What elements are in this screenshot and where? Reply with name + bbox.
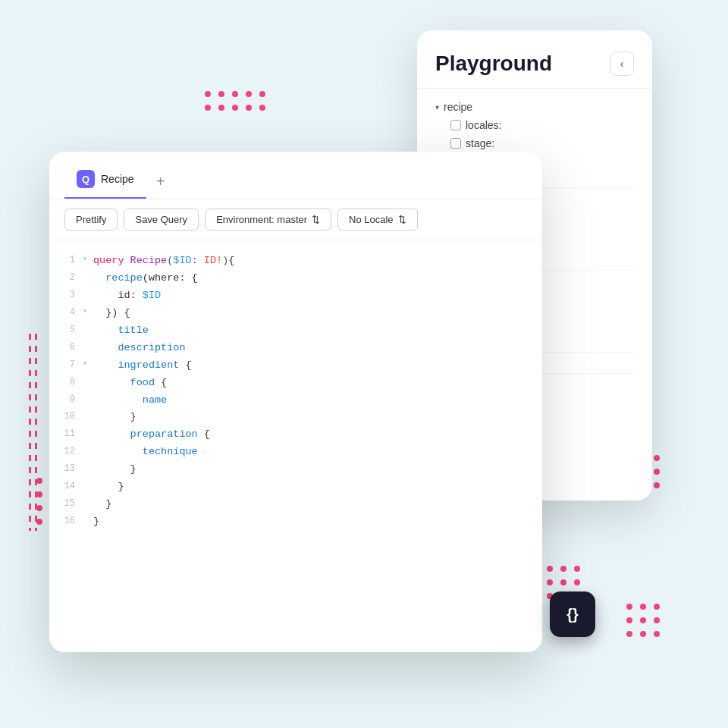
line-number: 11 bbox=[61, 426, 83, 441]
token-field: ingredient bbox=[93, 359, 179, 371]
token-param: $ID bbox=[173, 255, 191, 266]
stage-checkbox[interactable] bbox=[450, 138, 461, 149]
line-number: 1 bbox=[61, 253, 83, 268]
line-content: } bbox=[93, 461, 530, 479]
code-line: 16} bbox=[49, 513, 542, 531]
token-plain: } bbox=[93, 411, 136, 422]
token-kw: query bbox=[93, 255, 130, 266]
stage-label: stage: bbox=[466, 137, 494, 149]
line-content: technique bbox=[93, 444, 530, 461]
prettify-button[interactable]: Prettify bbox=[64, 209, 118, 231]
code-line: 10 } bbox=[49, 409, 542, 426]
locale-select[interactable]: No Locale ⇅ bbox=[337, 209, 418, 231]
dot-decoration-top bbox=[205, 91, 265, 111]
line-number: 15 bbox=[61, 496, 83, 511]
token-plain: { bbox=[179, 359, 191, 371]
toolbar: Prettify Save Query Environment: master … bbox=[49, 199, 542, 240]
line-content: query Recipe($ID: ID!){ bbox=[93, 253, 530, 270]
chevron-updown-icon: ⇅ bbox=[312, 214, 320, 225]
token-plain: } bbox=[93, 498, 111, 510]
editor-panel: Q Recipe + Prettify Save Query Environme… bbox=[49, 152, 542, 652]
code-line: 7▾ ingredient { bbox=[49, 357, 542, 375]
line-arrow: ▾ bbox=[83, 305, 93, 318]
code-line: 14 } bbox=[49, 479, 542, 496]
token-plain: (where: { bbox=[143, 272, 198, 284]
line-content: } bbox=[93, 513, 530, 531]
token-punct: : bbox=[192, 255, 204, 266]
chevron-updown-icon-2: ⇅ bbox=[398, 214, 406, 225]
tab-bar: Q Recipe + bbox=[49, 152, 542, 199]
line-content: ingredient { bbox=[93, 357, 530, 375]
line-number: 6 bbox=[61, 340, 83, 355]
code-line: 3 id: $ID bbox=[49, 287, 542, 305]
json-icon-button[interactable]: {} bbox=[550, 592, 595, 637]
token-plain: id: bbox=[93, 290, 143, 301]
tree-locales-item: locales: bbox=[450, 119, 634, 131]
token-field: name bbox=[93, 394, 167, 406]
token-plain: { bbox=[155, 377, 167, 388]
line-number: 14 bbox=[61, 479, 83, 494]
playground-header: Playground ‹ bbox=[417, 30, 652, 89]
line-number: 3 bbox=[61, 287, 83, 303]
tab-label: Recipe bbox=[101, 173, 134, 185]
playground-title: Playground bbox=[435, 52, 552, 76]
code-editor[interactable]: 1▾query Recipe($ID: ID!){2 recipe(where:… bbox=[49, 240, 542, 642]
tree-root-item: ▾ recipe bbox=[435, 101, 634, 113]
locales-checkbox[interactable] bbox=[450, 120, 461, 130]
stripe-decoration bbox=[29, 334, 44, 531]
code-line: 12 technique bbox=[49, 444, 542, 461]
token-field: description bbox=[93, 342, 186, 353]
code-line: 9 name bbox=[49, 392, 542, 410]
line-content: id: $ID bbox=[93, 287, 530, 305]
line-number: 8 bbox=[61, 375, 83, 390]
dot-decoration-br2 bbox=[626, 604, 660, 637]
line-number: 4 bbox=[61, 305, 83, 320]
token-plain: { bbox=[198, 428, 210, 440]
code-line: 15 } bbox=[49, 496, 542, 513]
token-plain: } bbox=[93, 463, 136, 475]
line-number: 13 bbox=[61, 461, 83, 476]
token-field: technique bbox=[93, 446, 198, 457]
line-number: 10 bbox=[61, 409, 83, 424]
line-content: } bbox=[93, 479, 530, 496]
token-field: title bbox=[93, 325, 149, 336]
tree-root-label: recipe bbox=[444, 101, 472, 113]
code-line: 6 description bbox=[49, 340, 542, 357]
tab-recipe[interactable]: Q Recipe bbox=[64, 164, 146, 199]
code-line: 13 } bbox=[49, 461, 542, 479]
token-plain: } bbox=[93, 481, 124, 492]
line-content: name bbox=[93, 392, 530, 410]
add-tab-button[interactable]: + bbox=[149, 170, 172, 193]
locales-label: locales: bbox=[466, 119, 501, 131]
tab-icon-q: Q bbox=[77, 170, 95, 188]
save-query-button[interactable]: Save Query bbox=[124, 209, 199, 231]
line-content: title bbox=[93, 322, 530, 340]
tree-arrow-icon: ▾ bbox=[435, 103, 439, 111]
code-line: 2 recipe(where: { bbox=[49, 270, 542, 287]
line-content: food { bbox=[93, 375, 530, 392]
code-line: 8 food { bbox=[49, 375, 542, 392]
line-number: 16 bbox=[61, 513, 83, 529]
line-number: 9 bbox=[61, 392, 83, 407]
line-content: } bbox=[93, 496, 530, 513]
line-content: description bbox=[93, 340, 530, 357]
line-content: } bbox=[93, 409, 530, 426]
line-number: 12 bbox=[61, 444, 83, 459]
code-line: 5 title bbox=[49, 322, 542, 340]
line-arrow: ▾ bbox=[83, 357, 93, 370]
code-line: 4▾ }) { bbox=[49, 305, 542, 322]
token-field: food bbox=[93, 377, 155, 388]
code-line: 1▾query Recipe($ID: ID!){ bbox=[49, 253, 542, 270]
line-content: preparation { bbox=[93, 426, 530, 444]
playground-back-button[interactable]: ‹ bbox=[610, 52, 634, 76]
line-arrow: ▾ bbox=[83, 253, 93, 265]
token-plain: } bbox=[93, 516, 99, 527]
token-type: ID! bbox=[204, 255, 222, 266]
environment-select[interactable]: Environment: master ⇅ bbox=[205, 209, 331, 231]
token-plain: }) { bbox=[93, 307, 130, 318]
token-field: recipe bbox=[93, 272, 143, 284]
code-line: 11 preparation { bbox=[49, 426, 542, 444]
token-field: preparation bbox=[93, 428, 198, 440]
line-content: }) { bbox=[93, 305, 530, 322]
tree-stage-item: stage: bbox=[450, 137, 634, 149]
